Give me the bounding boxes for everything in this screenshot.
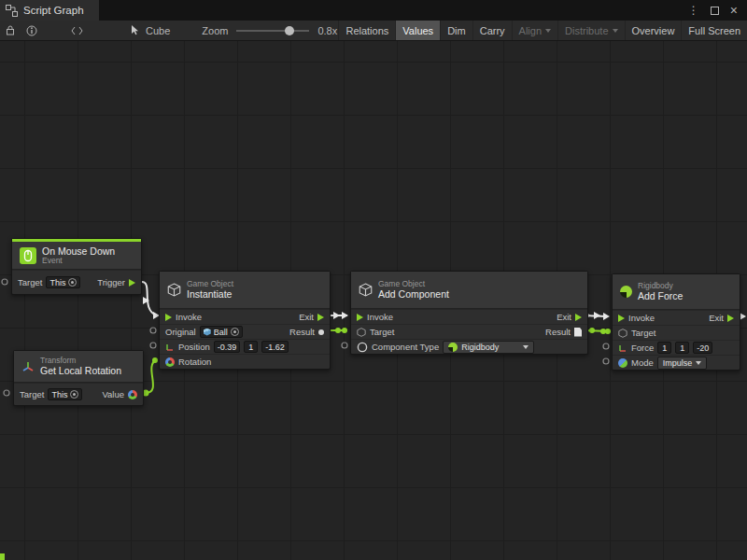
original-port[interactable] <box>150 328 156 333</box>
lock-icon[interactable] <box>0 21 21 40</box>
target-object-field[interactable]: This <box>48 388 82 400</box>
node-header: Game Object Instantiate <box>160 272 330 309</box>
node-title: Get Local Rotation <box>40 365 121 376</box>
port-row: Position -0.39 1 -1.62 <box>160 339 330 354</box>
exit-port-icon[interactable] <box>575 314 582 321</box>
cube-icon <box>359 283 373 297</box>
info-icon[interactable] <box>21 21 43 40</box>
force-mode-icon <box>618 358 627 368</box>
invoke-port-icon[interactable] <box>357 314 363 321</box>
transform-icon <box>21 360 35 373</box>
target-port[interactable] <box>605 329 611 334</box>
full-screen-button[interactable]: Full Screen <box>681 21 747 40</box>
align-label: Align <box>519 25 542 36</box>
zoom-slider[interactable] <box>236 30 309 32</box>
node-category: Event <box>42 257 115 266</box>
script-graph-icon <box>6 5 18 17</box>
node-category: Game Object <box>378 280 449 289</box>
rotation-port[interactable] <box>152 357 158 363</box>
axes-icon <box>165 343 175 352</box>
mode-port[interactable] <box>603 358 609 364</box>
distribute-button[interactable]: Distribute <box>557 21 624 40</box>
exit-port-icon[interactable] <box>317 314 324 321</box>
target-port[interactable] <box>4 390 9 396</box>
menu-icon[interactable]: ⋮ <box>688 5 699 16</box>
port-row: Mode Impulse <box>613 355 740 370</box>
wire-value-to-rotation[interactable] <box>146 360 156 393</box>
offscreen-node-fragment <box>0 553 5 560</box>
position-x-field[interactable]: -0.39 <box>214 341 241 353</box>
component-type-port[interactable] <box>342 343 347 348</box>
chevron-down-icon <box>523 345 529 349</box>
port-row: Target <box>613 325 740 340</box>
component-type-value: Rigidbody <box>461 343 499 352</box>
result-port-icon[interactable] <box>318 329 324 335</box>
result-label: Result <box>289 327 315 337</box>
force-label: Force <box>631 343 654 353</box>
node-get-local-rotation[interactable]: Transform Get Local Rotation Target This… <box>13 350 144 406</box>
target-port[interactable] <box>2 279 7 285</box>
chevron-down-icon <box>696 361 701 365</box>
invoke-port-icon[interactable] <box>618 315 625 322</box>
force-y-field[interactable]: 1 <box>675 342 689 354</box>
node-title: Add Force <box>638 290 683 301</box>
value-dot-icon <box>589 328 595 333</box>
wire-arrow-icon <box>603 313 610 320</box>
port-row: Rotation <box>160 354 330 369</box>
node-add-component[interactable]: Game Object Add Component Invoke Exit Ta… <box>350 271 588 355</box>
object-picker-icon[interactable] <box>231 328 239 336</box>
result-port-icon[interactable] <box>574 328 582 337</box>
position-y-field[interactable]: 1 <box>244 341 258 353</box>
node-instantiate[interactable]: Game Object Instantiate Invoke Exit Orig… <box>159 271 331 370</box>
wire-arrow-icon <box>342 312 348 319</box>
node-title: Instantiate <box>187 288 233 300</box>
force-z-field[interactable]: -20 <box>693 342 712 354</box>
exit-label: Exit <box>709 313 724 323</box>
chevron-down-icon <box>545 29 551 33</box>
tab-script-graph[interactable]: Script Graph <box>0 0 99 21</box>
mode-dropdown[interactable]: Impulse <box>657 357 708 370</box>
port-row: Original Ball Result <box>160 324 330 339</box>
target-label: Target <box>18 277 42 287</box>
position-port[interactable] <box>150 343 156 348</box>
graph-toolbar: Cube Zoom 0.8x Relations Values Dim Carr… <box>0 21 747 41</box>
relations-button[interactable]: Relations <box>338 21 395 40</box>
target-object-field[interactable]: This <box>46 276 80 288</box>
position-z-field[interactable]: -1.62 <box>261 341 289 353</box>
exit-port-icon[interactable] <box>727 315 734 322</box>
original-label: Original <box>165 327 196 337</box>
object-picker-icon[interactable] <box>68 278 77 287</box>
value-dot-icon <box>335 328 341 333</box>
overview-button[interactable]: Overview <box>625 21 682 40</box>
maximize-icon[interactable] <box>711 7 719 15</box>
port-row: Target Result <box>351 324 587 339</box>
align-button[interactable]: Align <box>512 21 557 40</box>
zoom-value: 0.8x <box>317 25 337 36</box>
game-object-icon <box>357 328 366 337</box>
original-object-field[interactable]: Ball <box>200 326 243 338</box>
code-icon[interactable] <box>65 21 89 40</box>
values-button[interactable]: Values <box>395 21 440 40</box>
target-port[interactable] <box>342 328 347 333</box>
dim-button[interactable]: Dim <box>440 21 472 40</box>
zoom-slider-knob[interactable] <box>285 26 294 35</box>
object-picker-icon[interactable] <box>70 390 78 399</box>
node-category: Transform <box>40 357 121 366</box>
graph-canvas[interactable]: On Mouse Down Event Target This Trigger … <box>0 41 747 560</box>
force-port[interactable] <box>603 343 609 349</box>
component-type-dropdown[interactable]: Rigidbody <box>443 341 534 354</box>
cursor-icon <box>126 21 146 40</box>
original-value: Ball <box>214 328 228 337</box>
distribute-label: Distribute <box>565 25 608 36</box>
wire-arrow-icon <box>333 312 340 319</box>
invoke-label: Invoke <box>628 313 655 323</box>
close-icon[interactable]: × <box>730 4 738 17</box>
node-on-mouse-down[interactable]: On Mouse Down Event Target This Trigger <box>11 238 142 295</box>
force-x-field[interactable]: 1 <box>657 342 671 354</box>
mouse-event-icon <box>20 247 36 264</box>
invoke-port-icon[interactable] <box>165 314 172 321</box>
trigger-port-icon[interactable] <box>129 279 135 287</box>
carry-button[interactable]: Carry <box>472 21 512 40</box>
game-object-icon <box>618 329 627 338</box>
node-add-force[interactable]: Rigidbody Add Force Invoke Exit Target F… <box>612 273 740 371</box>
